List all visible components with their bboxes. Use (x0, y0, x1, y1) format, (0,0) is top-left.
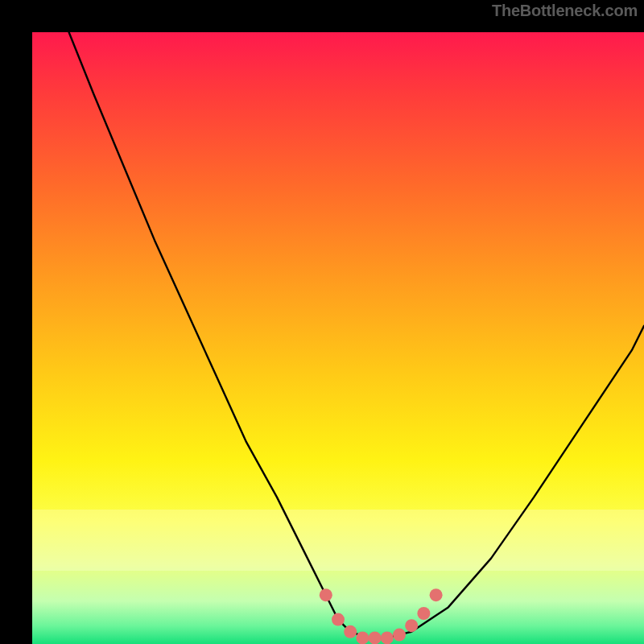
curve-marker (430, 588, 443, 601)
curve-marker (405, 619, 418, 632)
curve-marker (417, 607, 430, 620)
curve-marker (369, 631, 382, 644)
bottleneck-curve-svg (32, 32, 644, 644)
curve-marker (356, 631, 369, 644)
curve-marker (332, 613, 345, 626)
chart-frame (0, 0, 644, 644)
curve-marker (320, 588, 332, 601)
bottleneck-curve (69, 32, 644, 638)
watermark-text: TheBottleneck.com (492, 2, 638, 20)
plot-area (32, 32, 644, 644)
curve-markers (320, 588, 443, 644)
curve-marker (393, 629, 406, 642)
curve-marker (344, 625, 357, 638)
curve-marker (381, 631, 394, 644)
